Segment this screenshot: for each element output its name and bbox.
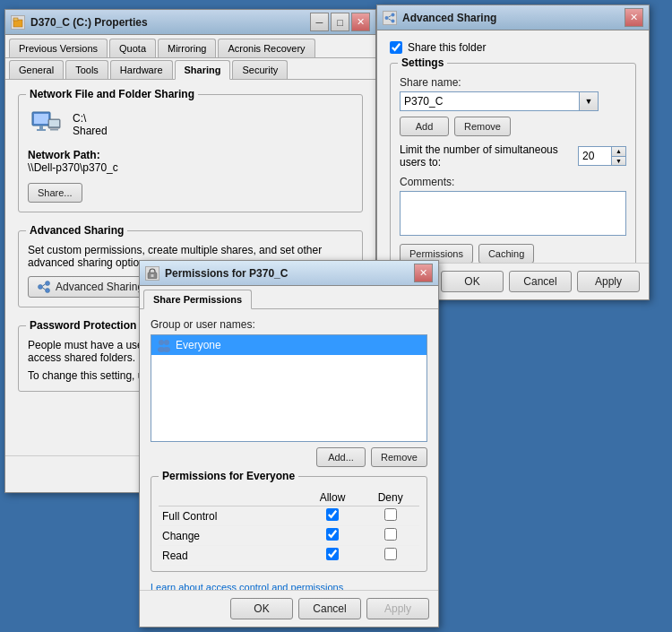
svg-point-16	[392, 19, 395, 22]
perm-group-title: Permissions for Everyone	[159, 470, 298, 482]
d370-tab-bar: Previous Versions Quota Mirroring Acroni…	[5, 35, 375, 58]
d370-minimize-btn[interactable]: ─	[310, 13, 329, 31]
adv-sharing-controls: ✕	[625, 8, 643, 27]
share-name-input[interactable]	[400, 91, 579, 111]
perm-row-change: Change	[159, 526, 419, 546]
share-button[interactable]: Share...	[28, 183, 82, 203]
perm-window-controls: ✕	[414, 264, 433, 282]
svg-point-11	[46, 289, 50, 293]
adv-sharing-content: Share this folder Settings Share name: ▼…	[377, 30, 649, 284]
share-folder-row: Share this folder	[390, 41, 636, 54]
perm-full-control-allow[interactable]	[326, 508, 339, 521]
spinner-down-btn[interactable]: ▼	[612, 157, 625, 166]
perm-col-name	[159, 489, 304, 506]
perm-cancel-button[interactable]: Cancel	[298, 598, 361, 619]
d370-window-controls: ─ □ ✕	[310, 13, 370, 31]
adv-sharing-titlebar[interactable]: Advanced Sharing ✕	[377, 5, 649, 30]
share-folder-checkbox[interactable]	[390, 41, 402, 54]
perm-title-icon	[145, 266, 159, 281]
perm-full-control-deny[interactable]	[384, 508, 397, 521]
perm-full-control-deny-cell	[361, 506, 419, 526]
user-everyone-item[interactable]: Everyone	[151, 335, 426, 355]
perm-col-allow: Allow	[304, 489, 362, 506]
svg-line-17	[389, 15, 392, 17]
svg-point-10	[46, 281, 50, 286]
share-status: Shared	[73, 125, 108, 137]
svg-point-14	[385, 16, 389, 20]
perm-row-full-control: Full Control	[159, 506, 419, 526]
network-share-info: C:\ Shared	[73, 112, 108, 137]
perm-titlebar[interactable]: Permissions for P370_C ✕	[140, 261, 438, 286]
group-label: Group or user names:	[151, 318, 427, 331]
adv-settings-title: Settings	[398, 56, 447, 69]
share-folder-label: Share this folder	[408, 41, 486, 54]
svg-point-15	[392, 13, 395, 16]
svg-point-9	[39, 285, 43, 290]
perm-read-allow[interactable]	[326, 548, 339, 560]
perm-change-deny[interactable]	[384, 528, 397, 541]
spacer1	[18, 212, 363, 223]
limit-value-input[interactable]	[578, 146, 612, 166]
tab-previous-versions[interactable]: Previous Versions	[9, 39, 108, 57]
adv-sharing-icon	[383, 11, 397, 25]
share-name-dropdown-btn[interactable]: ▼	[579, 91, 599, 111]
permissions-table-group: Permissions for Everyone Allow Deny Full…	[151, 476, 427, 572]
svg-point-24	[163, 347, 170, 352]
perm-read-deny-cell	[361, 546, 419, 566]
tab-sharing[interactable]: Sharing	[175, 60, 231, 80]
adv-ok-button[interactable]: OK	[441, 271, 504, 292]
d370-close-btn[interactable]: ✕	[351, 13, 370, 31]
adv-apply-button[interactable]: Apply	[577, 271, 640, 292]
tab-tools[interactable]: Tools	[65, 60, 108, 79]
perm-tab-share-permissions[interactable]: Share Permissions	[143, 290, 252, 309]
permissions-dialog: Permissions for P370_C ✕ Share Permissio…	[139, 260, 439, 628]
perm-read-label: Read	[159, 546, 304, 566]
d370-tab-bar-2: General Tools Hardware Sharing Security	[5, 58, 375, 80]
advanced-sharing-btn-label: Advanced Sharing...	[56, 281, 152, 293]
network-path-row: Network Path: \\Dell-p370\p370_c	[28, 149, 353, 174]
perm-read-allow-cell	[304, 546, 362, 566]
sharing-icon	[38, 281, 50, 293]
adv-sharing-close-btn[interactable]: ✕	[625, 8, 643, 27]
comments-input[interactable]	[400, 191, 626, 236]
limit-spinner: ▲ ▼	[578, 146, 626, 166]
svg-line-12	[43, 284, 46, 286]
perm-add-button[interactable]: Add...	[316, 447, 366, 467]
perm-change-allow[interactable]	[326, 528, 339, 541]
share-name-row: Share name: ▼	[400, 76, 626, 111]
d370-maximize-btn[interactable]: □	[331, 13, 349, 31]
perm-read-deny[interactable]	[384, 548, 397, 560]
adv-cancel-button[interactable]: Cancel	[509, 271, 572, 292]
tab-security[interactable]: Security	[232, 60, 288, 79]
tab-hardware[interactable]: Hardware	[110, 60, 173, 79]
perm-content: Group or user names: Everyone Add... Rem…	[140, 309, 438, 602]
user-icon	[157, 338, 171, 352]
perm-ok-button[interactable]: OK	[230, 598, 293, 619]
adv-add-button[interactable]: Add	[400, 117, 449, 136]
perm-close-btn[interactable]: ✕	[414, 264, 433, 282]
svg-rect-8	[50, 129, 58, 131]
network-path-value: \\Dell-p370\p370_c	[28, 161, 353, 174]
perm-remove-button[interactable]: Remove	[371, 447, 427, 467]
tab-general[interactable]: General	[9, 60, 64, 79]
comments-row: Comments:	[400, 176, 626, 238]
perm-full-control-allow-cell	[304, 506, 362, 526]
user-everyone-label: Everyone	[176, 339, 221, 351]
permissions-table: Allow Deny Full Control Change	[159, 489, 419, 566]
perm-table-header: Allow Deny	[159, 489, 419, 506]
tab-quota[interactable]: Quota	[109, 39, 156, 57]
caching-button[interactable]: Caching	[478, 244, 534, 264]
perm-title-text: Permissions for P370_C	[165, 267, 414, 280]
adv-remove-button[interactable]: Remove	[454, 117, 511, 136]
tab-mirroring[interactable]: Mirroring	[158, 39, 216, 57]
spinner-up-btn[interactable]: ▲	[612, 147, 625, 157]
network-path-label: Network Path:	[28, 149, 353, 161]
d370-titlebar[interactable]: D370_C (C:) Properties ─ □ ✕	[5, 10, 375, 35]
perm-apply-button[interactable]: Apply	[366, 598, 429, 619]
tab-acronis-recovery[interactable]: Acronis Recovery	[218, 39, 314, 57]
d370-title-text: D370_C (C:) Properties	[30, 16, 310, 29]
svg-line-13	[43, 288, 46, 290]
password-protection-title: Password Protection	[26, 319, 140, 332]
drive-label: C:\	[73, 112, 108, 125]
network-sharing-content: C:\ Shared	[28, 108, 353, 142]
